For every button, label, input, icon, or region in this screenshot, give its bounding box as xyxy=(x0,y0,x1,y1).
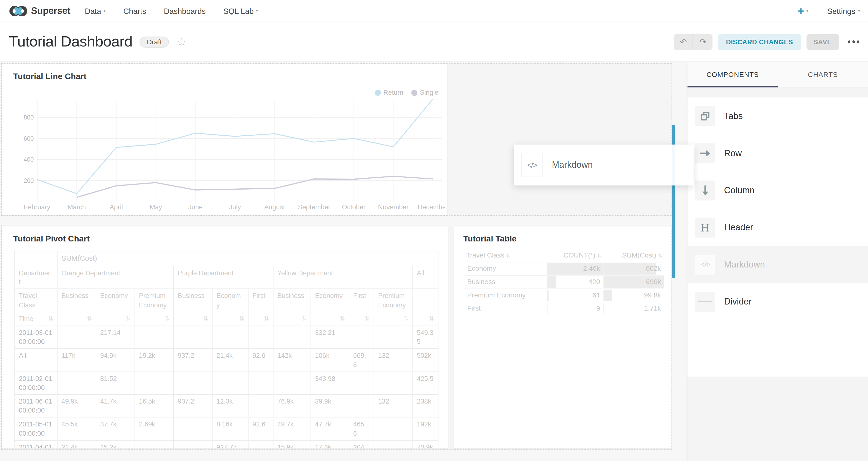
pivot-row: 2011-02-01 00:00:0081.52343.98425.5 xyxy=(14,372,438,395)
svg-text:July: July xyxy=(229,203,241,211)
component-item-markdown[interactable]: </> Markdown xyxy=(687,246,868,283)
chart-title: Tutorial Line Chart xyxy=(13,71,87,81)
new-item-button[interactable]: + ▾ xyxy=(796,0,811,22)
dashboard-row[interactable]: Tutorial Line Chart Return Single 200400… xyxy=(1,63,672,216)
redo-icon: ↷ xyxy=(700,37,707,47)
column-header[interactable]: Travel Class⇅ xyxy=(464,248,547,262)
pivot-table: SUM(Cost)DepartmentOrange DepartmentPurp… xyxy=(14,251,438,448)
superset-logo[interactable]: Superset xyxy=(0,4,76,18)
column-header[interactable]: SUM(Cost)⇅ xyxy=(603,248,664,262)
dashboard-canvas: Tutorial Line Chart Return Single 200400… xyxy=(0,62,687,461)
top-navbar: Superset Data ▾ Charts Dashboards SQL La… xyxy=(0,0,868,22)
tutorial-table-grid: Travel Class⇅COUNT(*)⇅SUM(Cost)⇅Economy2… xyxy=(464,248,664,315)
svg-text:November: November xyxy=(378,203,409,211)
favorite-star-icon[interactable]: ☆ xyxy=(177,36,186,47)
sort-icon[interactable]: ⇅ xyxy=(164,314,169,323)
row-arrow-icon xyxy=(695,143,715,163)
tab-components[interactable]: COMPONENTS xyxy=(687,62,778,87)
svg-text:September: September xyxy=(298,203,330,211)
sort-icon[interactable]: ⇅ xyxy=(239,314,244,323)
pivot-row: All117k94.9k19.2k937.221.4k92.6142k106k6… xyxy=(14,349,438,372)
undo-icon: ↶ xyxy=(680,37,687,47)
svg-text:800: 800 xyxy=(24,114,34,121)
svg-text:October: October xyxy=(342,203,366,211)
sort-icon: ⇅ xyxy=(506,253,510,258)
page-title[interactable]: Tutorial Dashboard xyxy=(9,33,132,51)
component-item-header[interactable]: H Header xyxy=(687,209,868,246)
app-root: Superset Data ▾ Charts Dashboards SQL La… xyxy=(0,0,868,461)
nav-item-charts[interactable]: Charts xyxy=(114,0,155,22)
dashboard-row[interactable]: Tutorial Pivot Chart SUM(Cost)Department… xyxy=(1,225,672,450)
table-row: First91.71k xyxy=(464,302,664,315)
sort-icon[interactable]: ⇅ xyxy=(365,314,370,323)
drag-label: Markdown xyxy=(552,160,593,170)
pivot-row: 2011-05-01 00:00:0045.5k37.7k2.69k8.16k9… xyxy=(14,418,438,440)
sort-icon[interactable]: ⇅ xyxy=(302,314,307,323)
redo-button[interactable]: ↷ xyxy=(693,34,713,50)
column-arrow-icon xyxy=(695,180,715,200)
chevron-down-icon: ▾ xyxy=(103,8,105,13)
dashboard-header: Tutorial Dashboard Draft ☆ ↶ ↷ DISCARD C… xyxy=(0,22,868,62)
settings-menu[interactable]: Settings ▾ xyxy=(813,6,860,15)
svg-text:June: June xyxy=(188,203,203,211)
legend-item-return[interactable]: Return xyxy=(374,89,403,96)
component-item-column[interactable]: Column xyxy=(687,172,868,209)
more-options-button[interactable] xyxy=(846,37,860,47)
sidebar-tabs: COMPONENTS CHARTS xyxy=(687,62,868,88)
column-header[interactable]: COUNT(*)⇅ xyxy=(547,248,603,262)
pivot-chart-card[interactable]: Tutorial Pivot Chart SUM(Cost)Department… xyxy=(2,226,448,448)
svg-text:400: 400 xyxy=(24,156,34,163)
sort-icon[interactable]: ⇅ xyxy=(340,314,345,323)
nav-item-data[interactable]: Data ▾ xyxy=(76,0,114,22)
dragged-markdown-card[interactable]: </> Markdown xyxy=(514,145,693,185)
infinity-logo-icon xyxy=(9,4,28,18)
undo-redo-group: ↶ ↷ xyxy=(674,34,713,50)
svg-text:August: August xyxy=(264,203,285,211)
pivot-row: 2011-06-01 00:00:0049.9k41.7k16.5k937.21… xyxy=(14,395,438,418)
sort-icon[interactable]: ⇅ xyxy=(87,314,92,323)
undo-button[interactable]: ↶ xyxy=(674,34,693,50)
nav-item-dashboards[interactable]: Dashboards xyxy=(155,0,215,22)
sort-icon: ⇅ xyxy=(658,253,662,258)
svg-text:April: April xyxy=(110,203,123,211)
markdown-icon: </> xyxy=(522,153,542,177)
svg-text:May: May xyxy=(150,203,162,211)
sort-icon[interactable]: ⇅ xyxy=(264,314,269,323)
svg-text:March: March xyxy=(67,203,86,211)
sort-icon[interactable]: ⇅ xyxy=(126,314,131,323)
line-chart-card[interactable]: Tutorial Line Chart Return Single 200400… xyxy=(2,64,447,215)
chevron-down-icon: ▾ xyxy=(806,8,808,13)
chart-legend: Return Single xyxy=(374,89,438,96)
chart-title: Tutorial Pivot Chart xyxy=(13,234,90,243)
sort-icon[interactable]: ⇅ xyxy=(403,314,409,323)
svg-text:200: 200 xyxy=(24,177,34,184)
discard-changes-button[interactable]: DISCARD CHANGES xyxy=(718,34,801,50)
legend-item-single[interactable]: Single xyxy=(411,89,438,96)
component-item-row[interactable]: Row xyxy=(687,134,868,172)
sort-icon[interactable]: ⇅ xyxy=(48,314,53,323)
legend-dot xyxy=(374,89,380,95)
dashboard-workspace: Tutorial Line Chart Return Single 200400… xyxy=(0,62,868,461)
sort-icon[interactable]: ⇅ xyxy=(429,314,434,323)
sort-icon: ⇅ xyxy=(597,253,601,258)
sidebar-strip xyxy=(687,87,868,97)
sort-icon[interactable]: ⇅ xyxy=(203,314,208,323)
table-chart-card[interactable]: Tutorial Table Travel Class⇅COUNT(*)⇅SUM… xyxy=(454,226,671,448)
component-item-tabs[interactable]: Tabs xyxy=(687,97,868,134)
nav-item-sql-lab[interactable]: SQL Lab ▾ xyxy=(214,0,267,22)
tab-charts[interactable]: CHARTS xyxy=(778,62,868,87)
sidebar-component-list: Tabs Row xyxy=(687,97,868,376)
legend-dot xyxy=(411,89,417,95)
save-button[interactable]: SAVE xyxy=(806,34,839,50)
line-chart-plot: 200400600800FebruaryMarchAprilMayJuneJul… xyxy=(2,96,445,215)
plus-icon: + xyxy=(798,6,804,16)
markdown-icon: </> xyxy=(695,254,715,274)
divider-icon xyxy=(695,291,715,312)
svg-text:February: February xyxy=(24,203,51,211)
pivot-row: 2011-03-01 00:00:00217.14332.21549.35 xyxy=(14,326,438,349)
tabs-icon xyxy=(695,106,715,126)
component-item-divider[interactable]: Divider xyxy=(687,283,868,320)
chevron-down-icon: ▾ xyxy=(858,8,860,13)
brand-name: Superset xyxy=(31,5,70,16)
data-table: Travel Class⇅COUNT(*)⇅SUM(Cost)⇅Economy2… xyxy=(464,248,664,315)
